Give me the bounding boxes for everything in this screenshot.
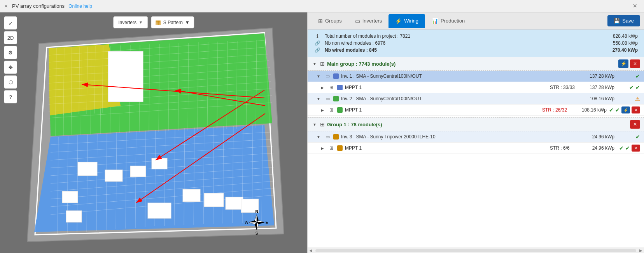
mppt3-1-check2: ✔ (625, 145, 630, 151)
page-title: PV array configurations (12, 3, 65, 9)
save-label: Save (622, 18, 634, 24)
mppt1-1-str: STR : 33/33 (550, 85, 581, 90)
inv2-checks: ⚠ (617, 96, 640, 102)
main-group-header: ▼ ⊞ Main group : 7743 module(s) ⚡ ✕ (308, 57, 644, 71)
wired-kwp: 270.40 kWp (612, 47, 638, 53)
mppt2-1-expand[interactable]: ▶ (319, 107, 326, 113)
inv2-icon: ▭ (324, 95, 331, 102)
settings-icon: ⚙ (8, 50, 13, 56)
non-wired-row: 🔗 Nb non wired modules : 6976 558.08 kWp (314, 40, 638, 47)
mppt2-1-wire-button[interactable]: ⚡ (621, 106, 630, 113)
help-link[interactable]: Online help (68, 3, 92, 9)
view-2d-button[interactable]: 2D (4, 31, 17, 44)
mppt1-1-name: MPPT 1 (345, 85, 548, 90)
mppt3-1-expand[interactable]: ▶ (319, 145, 326, 151)
link-icon: 🔗 (314, 40, 321, 46)
inv1-kwp: 137.28 kWp (583, 73, 614, 79)
tab-wiring-label: Wiring (404, 18, 418, 24)
tab-groups-label: Groups (325, 18, 342, 24)
map-svg: N S W E (0, 12, 307, 253)
inv2-color (333, 96, 339, 101)
group1-delete-icon: ✕ (633, 122, 637, 127)
group1-expand[interactable]: ▼ (312, 121, 318, 127)
svg-rect-91 (204, 193, 224, 207)
scroll-left[interactable]: ◀ (308, 248, 314, 253)
production-icon: 📊 (432, 18, 438, 24)
tree-area[interactable]: ▼ ⊞ Main group : 7743 module(s) ⚡ ✕ ▼ ▭ … (308, 57, 644, 248)
mppt2-1-check2: ✔ (615, 107, 620, 113)
svg-rect-94 (148, 203, 171, 218)
settings-button[interactable]: ⚙ (4, 46, 17, 59)
total-modules-label: Total number of modules in project : 782… (325, 33, 609, 39)
mppt2-1-row[interactable]: ▶ ⊞ MPPT 1 STR : 26/32 108.16 kWp ✔ ✔ ⚡ … (308, 105, 644, 116)
mppt3-1-row[interactable]: ▶ ⊞ MPPT 1 STR : 6/6 24.96 kWp ✔ ✔ ✕ (308, 143, 644, 154)
pattern-dropdown[interactable]: ▦ S Pattern ▼ (151, 16, 194, 28)
info-panel: ℹ Total number of modules in project : 7… (308, 30, 644, 57)
tab-inverters[interactable]: ▭ Inverters (348, 14, 389, 28)
main-area: ⤢ 2D ⚙ ✥ ⬡ ? Inverters ▼ ▦ (0, 12, 644, 253)
close-button[interactable]: × (630, 2, 640, 10)
help-map-icon: ? (9, 94, 12, 100)
mppt3-1-str: STR : 6/6 (550, 145, 581, 151)
mppt3-1-checks: ✔ ✔ ✕ (617, 145, 640, 152)
inv1-expand[interactable]: ▼ (315, 73, 322, 79)
inv1-row[interactable]: ▼ ▭ Inv. 1 : SMA - SunnyCentral100IN/OUT… (308, 71, 644, 82)
non-wired-label: Nb non wired modules : 6976 (325, 40, 609, 46)
group1-title: Group 1 : 78 module(s) (327, 122, 628, 127)
group1-delete-button[interactable]: ✕ (630, 120, 640, 129)
main-group-expand[interactable]: ▼ (312, 61, 318, 67)
wiring-icon: ⚡ (395, 18, 402, 24)
camera-button[interactable]: ⬡ (4, 75, 17, 89)
mppt3-1-delete-button[interactable]: ✕ (632, 145, 640, 152)
main-group-delete-button[interactable]: ✕ (630, 59, 640, 68)
mppt1-1-color (337, 85, 343, 90)
save-button[interactable]: 💾 Save (607, 15, 640, 26)
inv2-expand[interactable]: ▼ (315, 96, 322, 102)
inv3-checks: ✔ (617, 134, 640, 140)
wire-icon: ⚡ (621, 61, 626, 66)
pattern-arrow: ▼ (185, 20, 190, 25)
tab-groups[interactable]: ⊞ Groups (312, 14, 348, 28)
mppt1-1-expand[interactable]: ▶ (319, 84, 326, 91)
non-wired-kwp: 558.08 kWp (613, 40, 638, 46)
inv1-name: Inv. 1 : SMA - SunnyCentral100IN/OUT (341, 73, 581, 79)
cursor-icon: ✥ (9, 65, 13, 70)
cursor-button[interactable]: ✥ (4, 61, 17, 74)
pv-icon: ☀ (4, 3, 8, 9)
inv3-icon: ▭ (324, 133, 331, 140)
group1-icon: ⊞ (320, 121, 325, 127)
svg-rect-95 (62, 191, 78, 203)
inverters-dropdown[interactable]: Inverters ▼ (113, 16, 148, 28)
tab-production[interactable]: 📊 Production (425, 14, 471, 28)
svg-rect-96 (66, 211, 82, 222)
mppt2-1-delete-button[interactable]: ✕ (632, 106, 640, 113)
total-modules-row: ℹ Total number of modules in project : 7… (314, 33, 638, 40)
help-map-button[interactable]: ? (4, 90, 17, 103)
scroll-right[interactable]: ▶ (638, 248, 644, 253)
inverters-label: Inverters (118, 20, 136, 25)
dropdown-arrow: ▼ (139, 20, 143, 24)
mppt2-1-kwp: 108.16 kWp (576, 107, 607, 113)
mppt2-1-name: MPPT 1 (345, 107, 540, 113)
inv3-row[interactable]: ▼ ▭ Inv. 3 : SMA - Sunny Tripower 20000T… (308, 131, 644, 143)
tab-production-label: Production (441, 18, 465, 24)
svg-rect-85 (108, 51, 143, 102)
mppt3-1-name: MPPT 1 (345, 145, 548, 151)
inv3-check: ✔ (635, 134, 640, 140)
mppt1-1-check1: ✔ (629, 84, 634, 91)
mppt2-1-str: STR : 26/32 (542, 107, 573, 113)
scrollbar-track[interactable] (315, 249, 636, 252)
tab-wiring[interactable]: ⚡ Wiring (388, 14, 425, 28)
inv3-expand[interactable]: ▼ (315, 134, 322, 140)
svg-rect-87 (105, 170, 122, 181)
inv3-color (333, 134, 339, 140)
svg-text:E: E (266, 220, 268, 225)
inv2-row[interactable]: ▼ ▭ Inv. 2 : SMA - SunnyCentral100IN/OUT… (308, 93, 644, 105)
groups-icon: ⊞ (318, 18, 323, 24)
inv2-kwp: 108.16 kWp (583, 96, 614, 101)
main-group-wire-button[interactable]: ⚡ (618, 59, 628, 68)
horizontal-scrollbar[interactable]: ◀ ▶ (308, 248, 644, 253)
total-modules-kwp: 828.48 kWp (613, 33, 638, 39)
expand-button[interactable]: ⤢ (4, 16, 17, 30)
mppt1-1-row[interactable]: ▶ ⊞ MPPT 1 STR : 33/33 137.28 kWp ✔ ✔ (308, 82, 644, 93)
